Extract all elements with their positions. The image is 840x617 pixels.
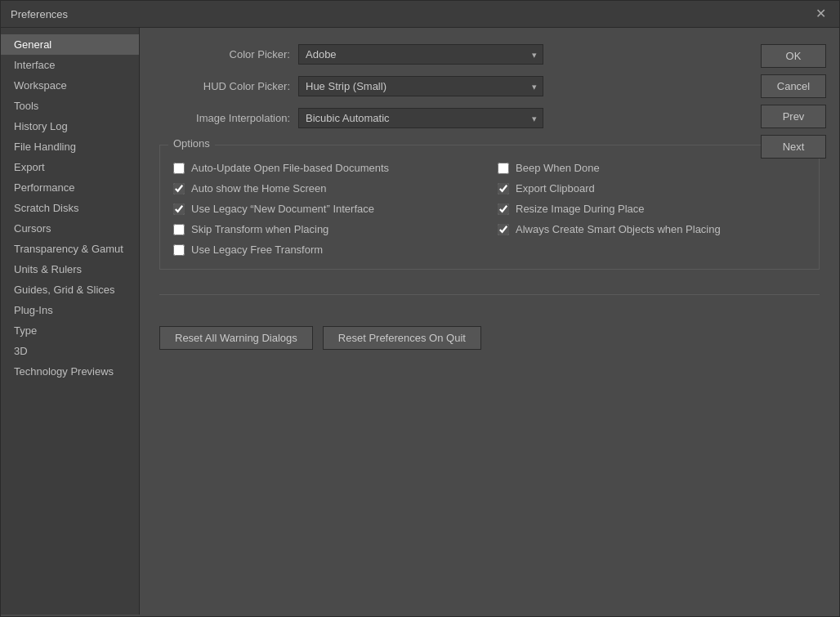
ok-button[interactable]: OK [761, 44, 826, 68]
checkbox-auto-update[interactable] [173, 163, 185, 174]
checkbox-row-use-legacy-free-transform: Use Legacy Free Transform [173, 244, 481, 256]
preferences-dialog: Preferences ✕ GeneralInterfaceWorkspaceT… [0, 0, 840, 617]
image-interpolation-select-wrapper: Bicubic AutomaticNearest NeighborBilinea… [298, 108, 543, 128]
checkbox-use-legacy-new-doc[interactable] [173, 203, 185, 215]
checkbox-label-resize-image: Resize Image During Place [516, 203, 645, 215]
options-legend: Options [168, 137, 215, 150]
hud-color-picker-row: HUD Color Picker: Hue Strip (Small)Hue S… [159, 76, 820, 96]
title-bar: Preferences ✕ [1, 1, 839, 28]
checkbox-label-always-create-smart: Always Create Smart Objects when Placing [516, 223, 721, 235]
color-picker-row: Color Picker: AdobeWindows [159, 44, 820, 65]
checkbox-export-clipboard[interactable] [498, 183, 509, 194]
separator [159, 294, 820, 295]
checkbox-row-resize-image: Resize Image During Place [498, 203, 806, 215]
reset-preferences-button[interactable]: Reset Preferences On Quit [323, 326, 481, 350]
checkbox-row-auto-show-home: Auto show the Home Screen [173, 182, 481, 194]
checkbox-always-create-smart[interactable] [498, 224, 509, 235]
reset-warnings-button[interactable]: Reset All Warning Dialogs [159, 326, 313, 350]
prev-button[interactable]: Prev [761, 105, 826, 128]
sidebar-item-scratch-disks[interactable]: Scratch Disks [1, 198, 139, 218]
sidebar-item-history-log[interactable]: History Log [1, 116, 139, 136]
checkbox-label-use-legacy-new-doc: Use Legacy “New Document” Interface [191, 203, 374, 215]
checkbox-beep-when-done[interactable] [498, 163, 509, 174]
close-button[interactable]: ✕ [812, 7, 829, 20]
checkbox-label-auto-update: Auto-Update Open File-based Documents [191, 162, 389, 174]
checkbox-skip-transform[interactable] [173, 224, 185, 235]
sidebar-item-type[interactable]: Type [1, 320, 139, 341]
bottom-buttons: Reset All Warning Dialogs Reset Preferen… [159, 326, 820, 350]
checkbox-row-export-clipboard: Export Clipboard [498, 182, 806, 194]
color-picker-select[interactable]: AdobeWindows [298, 44, 543, 65]
sidebar-item-tools[interactable]: Tools [1, 96, 139, 116]
sidebar-item-file-handling[interactable]: File Handling [1, 136, 139, 157]
sidebar-item-3d[interactable]: 3D [1, 341, 139, 361]
checkbox-label-use-legacy-free-transform: Use Legacy Free Transform [191, 244, 323, 256]
sidebar-item-workspace[interactable]: Workspace [1, 75, 139, 96]
next-button[interactable]: Next [761, 135, 826, 159]
checkbox-use-legacy-free-transform[interactable] [173, 244, 185, 256]
checkbox-label-export-clipboard: Export Clipboard [516, 182, 595, 194]
sidebar-item-cursors[interactable]: Cursors [1, 218, 139, 239]
color-picker-label: Color Picker: [159, 48, 290, 60]
sidebar: GeneralInterfaceWorkspaceToolsHistory Lo… [1, 28, 140, 615]
main-content: Color Picker: AdobeWindows HUD Color Pic… [140, 28, 839, 615]
sidebar-item-units-rulers[interactable]: Units & Rulers [1, 259, 139, 279]
sidebar-item-plug-ins[interactable]: Plug-Ins [1, 300, 139, 320]
sidebar-item-guides-grid-slices[interactable]: Guides, Grid & Slices [1, 279, 139, 300]
hud-color-picker-select[interactable]: Hue Strip (Small)Hue Strip (Medium)Hue S… [298, 76, 543, 96]
cancel-button[interactable]: Cancel [761, 74, 826, 98]
sidebar-item-technology-previews[interactable]: Technology Previews [1, 361, 139, 382]
checkbox-auto-show-home[interactable] [173, 183, 185, 194]
checkbox-row-always-create-smart: Always Create Smart Objects when Placing [498, 223, 806, 235]
image-interpolation-label: Image Interpolation: [159, 112, 290, 124]
color-picker-select-wrapper: AdobeWindows [298, 44, 543, 65]
hud-color-picker-label: HUD Color Picker: [159, 80, 290, 92]
checkbox-row-skip-transform: Skip Transform when Placing [173, 223, 481, 235]
checkbox-row-beep-when-done: Beep When Done [498, 162, 806, 174]
image-interpolation-select[interactable]: Bicubic AutomaticNearest NeighborBilinea… [298, 108, 543, 128]
sidebar-item-interface[interactable]: Interface [1, 55, 139, 75]
dialog-title: Preferences [11, 8, 68, 20]
right-buttons: OK Cancel Prev Next [761, 44, 826, 159]
checkbox-row-auto-update: Auto-Update Open File-based Documents [173, 162, 481, 174]
settings-form: Color Picker: AdobeWindows HUD Color Pic… [159, 44, 820, 350]
sidebar-item-transparency-gamut[interactable]: Transparency & Gamut [1, 239, 139, 259]
sidebar-item-general[interactable]: General [1, 34, 139, 55]
options-section: Options Auto-Update Open File-based Docu… [159, 145, 820, 270]
hud-color-picker-select-wrapper: Hue Strip (Small)Hue Strip (Medium)Hue S… [298, 76, 543, 96]
checkbox-resize-image[interactable] [498, 203, 509, 215]
checkbox-label-beep-when-done: Beep When Done [516, 162, 600, 174]
checkbox-label-skip-transform: Skip Transform when Placing [191, 223, 328, 235]
image-interpolation-row: Image Interpolation: Bicubic AutomaticNe… [159, 108, 820, 128]
checkbox-label-auto-show-home: Auto show the Home Screen [191, 182, 326, 194]
checkbox-row-use-legacy-new-doc: Use Legacy “New Document” Interface [173, 203, 481, 215]
dialog-body: GeneralInterfaceWorkspaceToolsHistory Lo… [1, 28, 839, 615]
sidebar-item-performance[interactable]: Performance [1, 177, 139, 198]
sidebar-item-export[interactable]: Export [1, 157, 139, 177]
options-grid: Auto-Update Open File-based DocumentsBee… [173, 162, 806, 256]
